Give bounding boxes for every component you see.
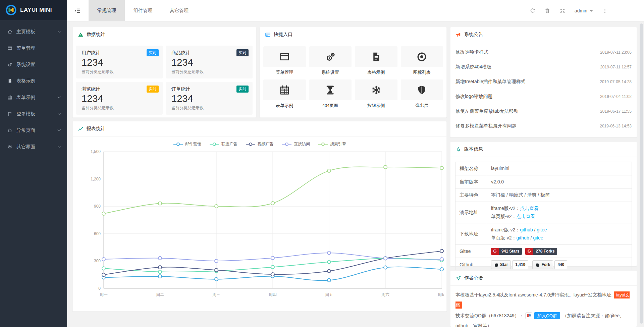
version-link[interactable]: github — [520, 227, 533, 232]
stat-cards: 用户统计实时1234当前分类总记录数商品统计实时1234当前分类总记录数浏览统计… — [73, 42, 256, 118]
quick-entry[interactable]: 404页面 — [309, 79, 352, 109]
github-button-label: Star — [500, 261, 508, 268]
legend-label: 邮件营销 — [185, 141, 201, 147]
chevron-down-icon — [58, 128, 61, 131]
author-content: 本模板基于layui2.5.4以及font-awesome-4.7.0进行实现。… — [450, 286, 637, 327]
sidebar-item-0[interactable]: 主页模板 — [0, 23, 67, 40]
logo[interactable]: LAYUI MINI — [0, 0, 67, 20]
github-count[interactable]: 1,419 — [512, 260, 528, 269]
sidebar-item-1[interactable]: 菜单管理 — [0, 40, 67, 56]
quick-entry[interactable]: 表单示例 — [263, 79, 306, 109]
target-icon — [401, 46, 443, 67]
link-separator: / — [529, 235, 533, 240]
tab-0[interactable]: 常规管理 — [89, 0, 125, 21]
sidebar-item-4[interactable]: 表单示例 — [0, 89, 67, 106]
stat-card-value: 1234 — [171, 57, 247, 68]
chevron-down-icon — [58, 95, 61, 99]
tab-1[interactable]: 组件管理 — [125, 0, 161, 21]
stat-card[interactable]: 浏览统计实时1234当前分类总记录数 — [76, 82, 163, 115]
stat-card[interactable]: 用户统计实时1234当前分类总记录数 — [76, 46, 163, 78]
chevron-down-icon — [58, 30, 61, 33]
join-qq-button[interactable]: 加入QQ群 — [534, 312, 560, 319]
version-row: 框架名称layuimini — [455, 162, 632, 175]
version-link-line: iframe版-v2：github / gitee — [491, 226, 628, 234]
version-row-label: 演示地址 — [455, 202, 487, 223]
gitee-badge-label: 278 Forks — [533, 248, 557, 255]
legend-item[interactable]: 直接访问 — [282, 141, 310, 147]
legend-marker-icon — [318, 142, 328, 146]
caret-down-icon — [590, 10, 593, 12]
link-prefix: 单页版-v2： — [491, 235, 516, 240]
report-panel: 报表统计 邮件营销联盟广告视频广告直接访问搜索引擎 03006009001,20… — [72, 121, 447, 312]
quick-entry[interactable]: 按钮示例 — [355, 79, 397, 109]
announcement-row[interactable]: 修复多模块菜单栏展开有问题2019-06-13 14:53 — [455, 119, 632, 133]
svg-text:300: 300 — [94, 259, 101, 263]
announcement-row[interactable]: 新增系统404模板2019-07-11 12:57 — [455, 60, 632, 74]
report-chart: 03006009001,2001,500周一周二周三周四周五周六周日 — [73, 147, 446, 298]
fullscreen-icon[interactable] — [559, 8, 566, 14]
tab-2[interactable]: 其它管理 — [161, 0, 197, 21]
stat-card[interactable]: 商品统计实时1234当前分类总记录数 — [166, 46, 253, 78]
github-button[interactable]: Fork — [532, 260, 553, 269]
quick-entry[interactable]: 系统设置 — [309, 46, 352, 75]
github-widget: Star1,419 — [491, 260, 528, 269]
quick-entry-panel: 快捷入口 菜单管理系统设置表格示例图标列表表单示例404页面按钮示例弹出层 — [260, 27, 447, 118]
legend-item[interactable]: 联盟广告 — [209, 141, 237, 147]
quick-entry[interactable]: 菜单管理 — [263, 46, 306, 75]
legend-item[interactable]: 视频广告 — [246, 141, 274, 147]
sidebar-item-5[interactable]: 登录模板 — [0, 106, 67, 122]
legend-marker-icon — [282, 142, 292, 146]
gitee-badge[interactable]: G941 Stars — [491, 248, 522, 255]
report-panel-title: 报表统计 — [87, 126, 105, 132]
paper-plane-icon — [455, 275, 461, 281]
sidebar-collapse-button[interactable] — [67, 0, 89, 21]
sidebar-item-label: 表格示例 — [16, 78, 60, 84]
svg-text:1,200: 1,200 — [91, 177, 101, 181]
announcement-row[interactable]: 新增treetable插件和菜单管理样式2019-07-05 14:28 — [455, 74, 632, 89]
announcement-time: 2019-07-04 11:02 — [600, 94, 632, 99]
octocat-icon — [494, 263, 499, 267]
version-panel-title: 版本信息 — [464, 146, 483, 152]
calendar-icon — [263, 79, 306, 100]
version-link[interactable]: github — [516, 235, 529, 240]
legend-item[interactable]: 邮件营销 — [173, 141, 201, 147]
user-menu[interactable]: admin — [575, 8, 593, 13]
quick-entry[interactable]: 弹出层 — [401, 79, 443, 109]
stat-card[interactable]: 订单统计实时1234当前分类总记录数 — [166, 82, 253, 115]
calendar-icon — [7, 95, 13, 100]
announcement-time: 2019-06-13 14:53 — [600, 124, 632, 128]
announcement-row[interactable]: 修改logo缩放问题2019-07-04 11:02 — [455, 89, 632, 104]
sidebar-item-label: 登录模板 — [16, 111, 58, 117]
trash-icon[interactable] — [544, 8, 550, 14]
quick-entry[interactable]: 表格示例 — [355, 46, 397, 75]
sidebar-item-2[interactable]: 系统设置 — [0, 56, 67, 73]
version-value-text: 零门槛 / 响应式 / 清爽 / 极简 — [491, 192, 550, 198]
version-link[interactable]: gitee — [533, 235, 543, 240]
link-prefix: iframe版-v2： — [491, 227, 520, 232]
version-link[interactable]: 点击查看 — [516, 214, 535, 219]
sidebar-item-7[interactable]: 其它界面 — [0, 139, 67, 155]
sidebar-item-3[interactable]: 表格示例 — [0, 73, 67, 89]
legend-marker-icon — [246, 142, 256, 146]
sidebar-item-6[interactable]: 异常页面 — [0, 122, 67, 139]
announcement-row[interactable]: 修改选项卡样式2019-07-11 23:06 — [455, 45, 632, 60]
sidebar-item-label: 表单示例 — [16, 95, 58, 101]
version-row-label: Gitee — [455, 244, 487, 258]
stat-card-value: 1234 — [82, 93, 157, 104]
announcement-text: 修复左侧菜单缩放tab无法移动 — [455, 108, 518, 114]
refresh-icon[interactable] — [529, 8, 535, 14]
legend-item[interactable]: 搜索引擎 — [318, 141, 346, 147]
version-row-label: 下载地址 — [455, 223, 487, 244]
announcement-row[interactable]: 修复左侧菜单缩放tab无法移动2019-06-17 11:55 — [455, 104, 632, 119]
gitee-badge[interactable]: G278 Forks — [525, 248, 557, 255]
quick-entry[interactable]: 图标列表 — [401, 46, 443, 75]
github-count[interactable]: 440 — [554, 260, 567, 269]
stat-card-badge: 实时 — [236, 49, 249, 56]
version-link[interactable]: 点击查看 — [520, 206, 539, 211]
announcements-list: 修改选项卡样式2019-07-11 23:06新增系统404模板2019-07-… — [450, 42, 637, 136]
version-link[interactable]: gitee — [537, 227, 547, 232]
vertical-scrollbar[interactable] — [640, 23, 643, 324]
github-button[interactable]: Star — [491, 260, 511, 269]
version-row-label: 当前版本 — [455, 175, 487, 188]
more-menu-icon[interactable] — [602, 8, 608, 14]
